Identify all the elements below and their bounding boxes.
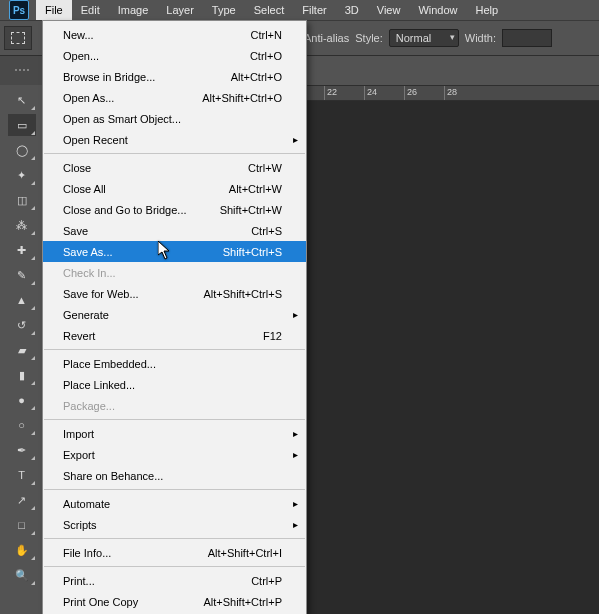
- menu-browse-bridge[interactable]: Browse in Bridge...Alt+Ctrl+O: [43, 66, 306, 87]
- eyedropper-tool[interactable]: ⁂: [8, 214, 36, 236]
- antialias-label: Anti-alias: [304, 32, 349, 44]
- pen-tool[interactable]: ✒: [8, 439, 36, 461]
- crop-tool-icon: ◫: [17, 194, 27, 207]
- menu-item-label: Check In...: [63, 267, 282, 279]
- menu-package: Package...: [43, 395, 306, 416]
- menu-file[interactable]: File: [36, 0, 72, 20]
- rect-marquee-tool[interactable]: ▭: [8, 114, 36, 136]
- clone-stamp-tool-icon: ▲: [16, 294, 27, 306]
- brush-tool[interactable]: ✎: [8, 264, 36, 286]
- menu-item-shortcut: Alt+Shift+Ctrl+P: [203, 596, 282, 608]
- zoom-tool[interactable]: 🔍: [8, 564, 36, 586]
- menu-item-label: Open Recent: [63, 134, 282, 146]
- menu-3d[interactable]: 3D: [336, 0, 368, 20]
- submenu-indicator-icon: [31, 481, 35, 485]
- dodge-tool[interactable]: ○: [8, 414, 36, 436]
- type-tool[interactable]: T: [8, 464, 36, 486]
- type-tool-icon: T: [18, 469, 25, 481]
- submenu-indicator-icon: [31, 456, 35, 460]
- menu-item-shortcut: F12: [263, 330, 282, 342]
- tools-panel-grip[interactable]: [0, 56, 44, 85]
- rect-marquee-tool-icon: ▭: [17, 119, 27, 132]
- zoom-tool-icon: 🔍: [15, 569, 29, 582]
- menu-help[interactable]: Help: [467, 0, 508, 20]
- menu-place-embedded[interactable]: Place Embedded...: [43, 353, 306, 374]
- menu-item-shortcut: Ctrl+P: [251, 575, 282, 587]
- gradient-tool[interactable]: ▮: [8, 364, 36, 386]
- menu-import[interactable]: Import: [43, 423, 306, 444]
- menu-save-as[interactable]: Save As...Shift+Ctrl+S: [43, 241, 306, 262]
- menu-file-info[interactable]: File Info...Alt+Shift+Ctrl+I: [43, 542, 306, 563]
- menu-new[interactable]: New...Ctrl+N: [43, 24, 306, 45]
- move-tool[interactable]: ↖: [8, 89, 36, 111]
- menu-export[interactable]: Export: [43, 444, 306, 465]
- menu-item-label: Save: [63, 225, 251, 237]
- menu-separator: [44, 538, 305, 539]
- menu-share-behance[interactable]: Share on Behance...: [43, 465, 306, 486]
- menu-close-goto-bridge[interactable]: Close and Go to Bridge...Shift+Ctrl+W: [43, 199, 306, 220]
- hand-tool[interactable]: ✋: [8, 539, 36, 561]
- menu-close[interactable]: CloseCtrl+W: [43, 157, 306, 178]
- menu-filter[interactable]: Filter: [293, 0, 335, 20]
- menu-automate[interactable]: Automate: [43, 493, 306, 514]
- menu-open-as[interactable]: Open As...Alt+Shift+Ctrl+O: [43, 87, 306, 108]
- menu-place-linked[interactable]: Place Linked...: [43, 374, 306, 395]
- path-select-tool[interactable]: ↗: [8, 489, 36, 511]
- tool-preset-picker[interactable]: [4, 26, 32, 50]
- submenu-indicator-icon: [31, 231, 35, 235]
- menu-generate[interactable]: Generate: [43, 304, 306, 325]
- submenu-indicator-icon: [31, 356, 35, 360]
- menu-item-shortcut: Alt+Ctrl+W: [229, 183, 282, 195]
- history-brush-tool[interactable]: ↺: [8, 314, 36, 336]
- lasso-tool[interactable]: ◯: [8, 139, 36, 161]
- hand-tool-icon: ✋: [15, 544, 29, 557]
- menu-scripts[interactable]: Scripts: [43, 514, 306, 535]
- menu-window[interactable]: Window: [409, 0, 466, 20]
- menu-item-shortcut: Alt+Ctrl+O: [231, 71, 282, 83]
- magic-wand-tool[interactable]: ✦: [8, 164, 36, 186]
- width-input[interactable]: [502, 29, 552, 47]
- healing-brush-tool[interactable]: ✚: [8, 239, 36, 261]
- menu-item-label: Save for Web...: [63, 288, 203, 300]
- menu-item-label: Open as Smart Object...: [63, 113, 282, 125]
- crop-tool[interactable]: ◫: [8, 189, 36, 211]
- path-select-tool-icon: ↗: [17, 494, 26, 507]
- menu-save[interactable]: SaveCtrl+S: [43, 220, 306, 241]
- menu-revert[interactable]: RevertF12: [43, 325, 306, 346]
- menu-item-label: Scripts: [63, 519, 282, 531]
- menu-edit[interactable]: Edit: [72, 0, 109, 20]
- width-label: Width:: [465, 32, 496, 44]
- menu-view[interactable]: View: [368, 0, 410, 20]
- menu-open-recent[interactable]: Open Recent: [43, 129, 306, 150]
- menu-item-label: Close All: [63, 183, 229, 195]
- menubar: Ps FileEditImageLayerTypeSelectFilter3DV…: [0, 0, 599, 20]
- menu-print[interactable]: Print...Ctrl+P: [43, 570, 306, 591]
- eraser-tool[interactable]: ▰: [8, 339, 36, 361]
- menu-close-all[interactable]: Close AllAlt+Ctrl+W: [43, 178, 306, 199]
- submenu-indicator-icon: [31, 431, 35, 435]
- menu-layer[interactable]: Layer: [157, 0, 203, 20]
- menu-select[interactable]: Select: [245, 0, 294, 20]
- ruler-tick: 22: [324, 86, 364, 100]
- clone-stamp-tool[interactable]: ▲: [8, 289, 36, 311]
- menu-item-label: Export: [63, 449, 282, 461]
- menu-save-for-web[interactable]: Save for Web...Alt+Shift+Ctrl+S: [43, 283, 306, 304]
- submenu-indicator-icon: [31, 531, 35, 535]
- menu-print-one[interactable]: Print One CopyAlt+Shift+Ctrl+P: [43, 591, 306, 612]
- menu-item-label: Place Linked...: [63, 379, 282, 391]
- menu-separator: [44, 419, 305, 420]
- menu-type[interactable]: Type: [203, 0, 245, 20]
- menu-item-shortcut: Ctrl+W: [248, 162, 282, 174]
- blur-tool[interactable]: ●: [8, 389, 36, 411]
- menu-item-label: Close and Go to Bridge...: [63, 204, 220, 216]
- menu-item-label: Import: [63, 428, 282, 440]
- history-brush-tool-icon: ↺: [17, 319, 26, 332]
- menu-open-smart-object[interactable]: Open as Smart Object...: [43, 108, 306, 129]
- menu-item-label: Open As...: [63, 92, 202, 104]
- style-select[interactable]: Normal ▾: [389, 29, 459, 47]
- menu-open[interactable]: Open...Ctrl+O: [43, 45, 306, 66]
- menu-check-in: Check In...: [43, 262, 306, 283]
- rectangle-shape-tool[interactable]: □: [8, 514, 36, 536]
- app-badge: Ps: [2, 0, 36, 20]
- menu-image[interactable]: Image: [109, 0, 158, 20]
